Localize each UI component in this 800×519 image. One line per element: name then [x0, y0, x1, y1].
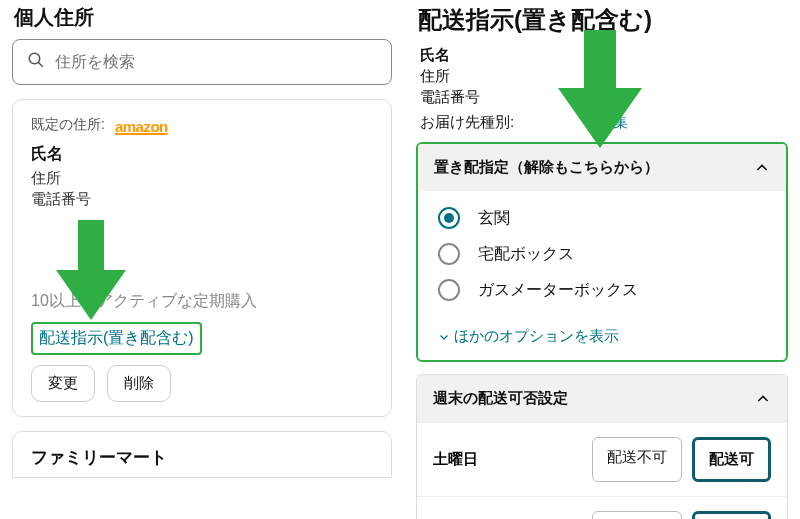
radio-label: ガスメーターボックス: [478, 280, 638, 301]
personal-address-heading: 個人住所: [14, 4, 396, 31]
toggle-group: 配送不可 配送可: [592, 437, 771, 482]
amazon-logo: amazon: [115, 118, 168, 135]
radio-label: 宅配ボックス: [478, 244, 574, 265]
address-label: 住所: [31, 169, 373, 188]
address-search-input[interactable]: [55, 53, 377, 71]
okihai-panel-title: 置き配指定（解除もこちらから）: [434, 158, 659, 177]
chevron-up-icon: [754, 160, 770, 176]
radio-off-icon: [438, 243, 460, 265]
radio-on-icon: [438, 207, 460, 229]
more-options-label: ほかのオプションを表示: [454, 327, 619, 346]
address-search-box[interactable]: [12, 39, 392, 85]
default-address-row: 既定の住所: amazon: [31, 116, 373, 134]
radio-option-genkan[interactable]: 玄関: [438, 207, 766, 229]
change-button[interactable]: 変更: [31, 365, 95, 402]
delivery-on-button[interactable]: 配送可: [692, 437, 771, 482]
name-label: 氏名: [31, 144, 373, 165]
weekend-panel-title: 週末の配送可否設定: [433, 389, 568, 408]
weekend-row-sunday: 日曜日 配送不可 配送可: [417, 496, 787, 519]
radio-off-icon: [438, 279, 460, 301]
weekend-row-saturday: 土曜日 配送不可 配送可: [417, 422, 787, 496]
green-arrow-icon: [558, 30, 642, 148]
delivery-instructions-link[interactable]: 配送指示(置き配含む): [31, 322, 202, 355]
radio-option-gas-meter[interactable]: ガスメーターボックス: [438, 279, 766, 301]
more-options-link[interactable]: ほかのオプションを表示: [418, 327, 786, 360]
green-arrow-icon: [56, 220, 126, 320]
okihai-radio-list: 玄関 宅配ボックス ガスメーターボックス: [418, 191, 786, 327]
delivery-off-button[interactable]: 配送不可: [592, 511, 682, 519]
address-type-label: お届け先種別:: [420, 113, 514, 132]
toggle-group: 配送不可 配送可: [592, 511, 771, 519]
svg-point-0: [29, 53, 40, 64]
familymart-title: ファミリーマート: [31, 446, 373, 469]
okihai-panel: 置き配指定（解除もこちらから） 玄関 宅配ボックス ガスメーターボックス ほかの…: [416, 142, 788, 362]
svg-line-1: [38, 62, 43, 67]
radio-option-takuhai-box[interactable]: 宅配ボックス: [438, 243, 766, 265]
card-button-row: 変更 削除: [31, 365, 373, 402]
delivery-off-button[interactable]: 配送不可: [592, 437, 682, 482]
phone-label: 電話番号: [31, 190, 373, 209]
radio-label: 玄関: [478, 208, 510, 229]
search-icon: [27, 51, 45, 73]
weekend-panel: 週末の配送可否設定 土曜日 配送不可 配送可 日曜日 配送不可 配送可: [416, 374, 788, 519]
weekend-panel-header[interactable]: 週末の配送可否設定: [417, 375, 787, 422]
default-address-label: 既定の住所:: [31, 116, 105, 134]
chevron-up-icon: [755, 391, 771, 407]
okihai-panel-header[interactable]: 置き配指定（解除もこちらから）: [418, 144, 786, 191]
day-label: 土曜日: [433, 450, 592, 469]
delete-button[interactable]: 削除: [107, 365, 171, 402]
familymart-card: ファミリーマート: [12, 431, 392, 478]
delivery-on-button[interactable]: 配送可: [692, 511, 771, 519]
